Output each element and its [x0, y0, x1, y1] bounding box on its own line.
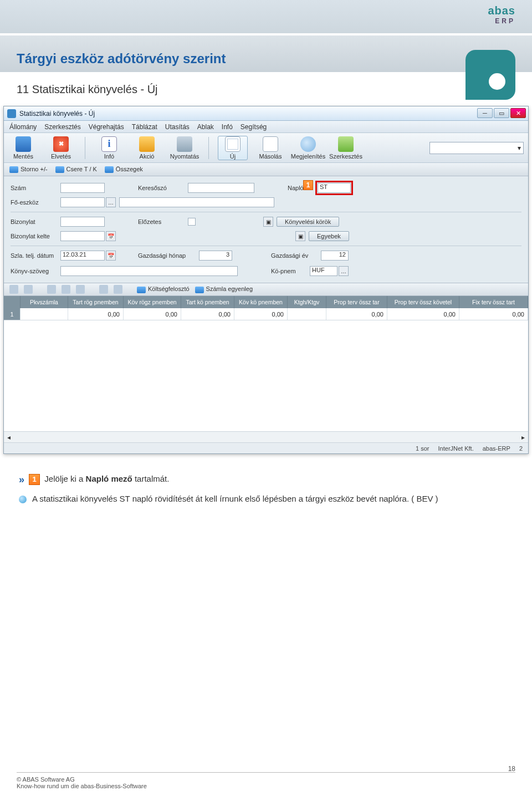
instruction-note: A statisztikai könyvelés ST napló rövidí…	[32, 492, 438, 506]
ko-pnem-picker[interactable]: …	[339, 266, 349, 276]
konyv-szoveg-input[interactable]	[60, 266, 238, 276]
elvetes-button[interactable]: Elvetés	[46, 136, 76, 160]
menubar: Állomány Szerkesztés Végrehajtás Tábláza…	[4, 121, 528, 133]
koltsegfeloszto-button[interactable]: Költségfelosztó	[137, 285, 190, 293]
ko-pnem-label: Kö-pnem	[271, 268, 310, 274]
grid-icon-1[interactable]	[9, 285, 18, 294]
gazd-honap-input[interactable]: 3	[199, 251, 232, 261]
bizonylat-kelte-input[interactable]	[60, 231, 105, 241]
foeszkoz-picker[interactable]: …	[106, 197, 116, 207]
foeszkoz-desc[interactable]	[119, 197, 274, 207]
szla-datum-input[interactable]: 12.03.21	[60, 251, 105, 261]
edit-icon	[338, 136, 354, 152]
masolas-button[interactable]: Másolás	[255, 136, 285, 160]
status-num: 2	[519, 445, 523, 452]
section-title: 11 Statisztikai könyvelés - Új	[0, 72, 532, 101]
menu-tablazat[interactable]: Táblázat	[132, 123, 157, 131]
copy-icon	[263, 136, 278, 152]
menu-ablak[interactable]: Ablak	[197, 123, 214, 131]
gazd-ev-input[interactable]: 12	[321, 251, 349, 261]
grid-info-icon[interactable]	[99, 285, 108, 294]
megjelenites-button[interactable]: Megjelenítés	[293, 136, 323, 160]
grid-col-index	[4, 296, 21, 308]
grid-col-fixterv: Fix terv össz tart	[459, 296, 528, 308]
grid-row-1[interactable]: 1 0,00 0,00 0,00 0,00 0,00 0,00 0,00	[4, 308, 528, 320]
grid-icon-3[interactable]	[47, 285, 56, 294]
storno-button[interactable]: Storno +/-	[9, 166, 48, 173]
bizonylat-label: Bizonylat	[11, 218, 60, 225]
step-1-badge: 1	[29, 474, 40, 485]
status-app: abas-ERP	[483, 445, 510, 452]
grid-icon-5[interactable]	[76, 285, 85, 294]
elozetes-label: Előzetes	[138, 218, 188, 225]
maximize-button[interactable]: ▭	[494, 108, 509, 118]
grid-icon-2[interactable]	[24, 285, 33, 294]
brand-sub: ERP	[488, 17, 515, 25]
step-text-mid: mező	[109, 474, 132, 483]
brand-name: abas	[488, 4, 515, 17]
grid-h-scrollbar[interactable]: ◂ ▸	[4, 431, 528, 442]
info-bullet-icon	[19, 496, 27, 503]
egyebek-picker[interactable]: ▣	[295, 231, 305, 241]
bizonylat-input[interactable]	[60, 217, 105, 227]
menu-allomany[interactable]: Állomány	[9, 123, 37, 131]
akcio-button[interactable]: Akció	[132, 136, 162, 160]
save-icon	[16, 136, 31, 152]
szamla-egyenleg-button[interactable]: Számla egyenleg	[195, 285, 253, 293]
form-area: Szám Keresőszó Napló 1 ST Fő-eszköz …	[4, 176, 528, 283]
grid-col-ktgh: Ktgh/Ktgv	[288, 296, 326, 308]
footer-copyright: © ABAS Software AG	[17, 776, 515, 783]
grid-col-tartrog: Tart rög pnemben	[68, 296, 124, 308]
menu-segitseg[interactable]: Segítség	[241, 123, 267, 131]
naplo-input[interactable]: ST	[318, 183, 351, 193]
app-window: Statisztikai könyvelés - Új ─ ▭ ✕ Állomá…	[3, 106, 529, 454]
konyv-szoveg-label: Könyv-szöveg	[11, 268, 60, 274]
info-button[interactable]: Infó	[94, 136, 124, 160]
gazd-honap-label: Gazdasági hónap	[138, 252, 199, 259]
grid-icon-6[interactable]	[114, 285, 122, 294]
grid-icon-4[interactable]	[62, 285, 70, 294]
scroll-right-icon[interactable]: ▸	[521, 433, 525, 441]
app-icon	[7, 109, 16, 118]
window-titlebar: Statisztikai könyvelés - Új ─ ▭ ✕	[4, 106, 528, 121]
menu-vegrehajtas[interactable]: Végrehajtás	[89, 123, 124, 131]
szerkesztes-button[interactable]: Szerkesztés	[331, 136, 361, 160]
mentes-button[interactable]: Mentés	[8, 136, 38, 160]
elozetes-checkbox[interactable]	[188, 218, 196, 226]
page-footer: 18 © ABAS Software AG Know-how rund um d…	[17, 772, 515, 789]
bizonylat-kelte-date-picker[interactable]: 📅	[106, 231, 116, 241]
csere-button[interactable]: Csere T / K	[55, 166, 97, 173]
page-header-band: abas ERP	[0, 0, 532, 33]
page-title: Tárgyi eszköz adótörvény szerint	[0, 35, 532, 72]
statusbar: 1 sor InterJNet Kft. abas-ERP 2	[4, 442, 528, 453]
scroll-left-icon[interactable]: ◂	[7, 433, 11, 441]
search-combo[interactable]: ▾	[429, 142, 524, 154]
osszegek-button[interactable]: Összegek	[105, 166, 143, 173]
callout-1-badge: 1	[303, 180, 313, 190]
menu-szerkesztes[interactable]: Szerkesztés	[44, 123, 80, 131]
konyvelesi-korok-button[interactable]: Könyvelési körök	[277, 217, 339, 227]
instructions: » 1 Jelölje ki a Napló mező tartalmát. A…	[0, 458, 532, 519]
close-button[interactable]: ✕	[510, 108, 526, 118]
menu-utasitas[interactable]: Utasítás	[165, 123, 190, 131]
menu-info[interactable]: Infó	[222, 123, 233, 131]
nyomtatas-button[interactable]: Nyomtatás	[170, 136, 200, 160]
szam-label: Szám	[11, 185, 60, 191]
ko-pnem-input[interactable]: HUF	[310, 266, 337, 276]
naplo-highlight: ST	[315, 181, 353, 195]
egyebek-button[interactable]: Egyebek	[309, 231, 349, 241]
keresoszo-input[interactable]	[188, 183, 254, 193]
foeszkoz-input[interactable]	[60, 197, 105, 207]
szla-date-picker[interactable]: 📅	[106, 251, 116, 261]
uj-button[interactable]: Új	[218, 136, 248, 160]
szam-input[interactable]	[60, 183, 105, 193]
action-icon	[139, 136, 155, 152]
info-icon	[101, 136, 117, 152]
step-text-pre: Jelölje ki a	[44, 474, 85, 483]
status-company: InterJNet Kft.	[438, 445, 474, 452]
konyvelesi-korok-picker[interactable]: ▣	[263, 217, 273, 227]
minimize-button[interactable]: ─	[477, 108, 493, 118]
foeszkoz-label: Fő-eszköz	[11, 199, 60, 206]
toolbar: Mentés Elvetés Infó Akció Nyomtatás Új M…	[4, 133, 528, 163]
grid-col-tartko: Tart kö pnemben	[181, 296, 234, 308]
